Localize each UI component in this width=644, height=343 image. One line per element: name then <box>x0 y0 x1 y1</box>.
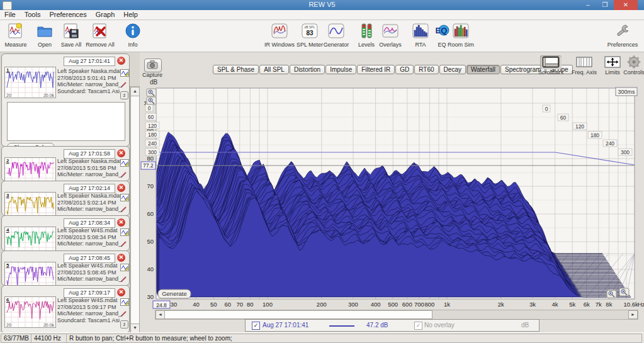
scroll-down-button[interactable]: ▼ <box>130 323 140 332</box>
close-button[interactable]: ✕ <box>614 0 638 10</box>
restore-button[interactable]: ❐ <box>597 0 613 10</box>
title-bar: REW V5 – ❐ ✕ <box>0 0 644 10</box>
toolbar-irwindows-button[interactable]: IR Windows <box>264 21 295 48</box>
time-tick-label: 120 <box>148 123 157 129</box>
toolbar-generator-button[interactable]: Generator <box>321 21 351 48</box>
measurements-scrollbar[interactable]: ▲ ▼ <box>130 86 140 332</box>
y-cursor-value: 77.2 <box>143 162 154 169</box>
scroll-right-button[interactable]: ► <box>628 310 638 319</box>
x-axis-unit: Hz <box>638 301 644 308</box>
menu-help[interactable]: Help <box>119 10 142 20</box>
graph-freqaxis-button[interactable]: Freq. Axis <box>570 55 599 76</box>
measurement-card-2[interactable]: Aug 27 17:01:58✕22020.0kLeft Speaker Nas… <box>1 146 130 181</box>
y-tick-label: 80 <box>147 155 154 162</box>
notes-edit-icon[interactable] <box>120 275 128 283</box>
toolbar-preferences-button[interactable]: Preferences <box>604 21 641 48</box>
remove-measurement-button[interactable]: ✕ <box>117 288 125 296</box>
toolbar-measure-button[interactable]: Measure <box>1 21 30 48</box>
remove-measurement-button[interactable]: ✕ <box>117 254 125 262</box>
remove-measurement-button[interactable]: ✕ <box>117 57 125 65</box>
measurement-time-field[interactable]: Aug 27 17:01:41 <box>64 57 115 66</box>
graph-button-label: Scrollbars <box>536 69 565 76</box>
trace-settings-icon[interactable] <box>120 298 129 306</box>
generate-button[interactable]: Generate <box>158 290 191 298</box>
toolbar-removeall-button[interactable]: Remove All <box>86 21 115 48</box>
toolbar-label: IR Windows <box>264 42 295 48</box>
irwindows-icon <box>270 21 289 40</box>
menu-graph[interactable]: Graph <box>91 10 120 20</box>
hscrollbar-thumb[interactable] <box>164 310 432 319</box>
trace-settings-icon[interactable] <box>120 194 129 201</box>
remove-measurement-button[interactable]: ✕ <box>117 184 125 192</box>
trace-adjust-icon[interactable]: z̄ <box>120 320 128 329</box>
graph-scrollbars-button[interactable]: Scrollbars <box>536 55 565 76</box>
scroll-left-button[interactable]: ◄ <box>155 310 165 319</box>
toolbar-roomsim-button[interactable]: Room Sim <box>446 21 476 48</box>
zoom-x-button-right[interactable] <box>619 288 629 296</box>
scrollbar-thumb[interactable] <box>130 96 140 324</box>
remove-measurement-button[interactable]: ✕ <box>117 149 125 157</box>
trace-settings-icon[interactable] <box>120 228 129 236</box>
meta-line: 27/08/2013 5:08:45 PM <box>57 269 121 276</box>
thumb-axis-min: 20 <box>6 323 11 327</box>
remove-measurement-button[interactable]: ✕ <box>117 218 125 227</box>
meta-line: Left Speaker Naska.mdat <box>57 193 121 200</box>
notes-edit-icon[interactable] <box>120 81 128 88</box>
frequency-pan-scrollbar[interactable]: ◄ ► <box>155 310 638 320</box>
no-overlay-checkbox[interactable]: ✓ <box>414 322 422 330</box>
toolbar-saveall-button[interactable]: Save All <box>57 21 86 48</box>
x-tick-label: 200 <box>317 301 327 308</box>
menu-tools[interactable]: Tools <box>20 10 45 20</box>
zoom-y-button-bottom[interactable] <box>147 97 156 104</box>
measurement-card-3[interactable]: Aug 27 17:02:14✕32020.0kLeft Speaker Nas… <box>1 181 130 216</box>
measurement-thumbnail[interactable]: 12020.0k <box>4 67 56 98</box>
x-tick-label: 4k <box>552 301 558 308</box>
trace-adjust-icon[interactable]: z̄ <box>120 91 128 99</box>
measurement-card-4[interactable]: Aug 27 17:08:34✕42020.0kLeft Speaker W4S… <box>1 215 130 251</box>
samplerate-status: 44100 Hz <box>31 334 70 343</box>
measurement-notes-box[interactable] <box>7 102 125 141</box>
meta-line: Left Speaker Naska.mdat <box>57 158 121 165</box>
scroll-up-button[interactable]: ▲ <box>130 87 140 96</box>
controls-icon <box>623 55 644 69</box>
graph-controls-button[interactable]: Controls <box>619 55 644 76</box>
measurement-visible-checkbox[interactable]: ✓ <box>252 322 260 330</box>
time-tick-label: 300 <box>621 149 630 155</box>
x-tick-label: 7k <box>596 301 602 308</box>
svg-text:z̄: z̄ <box>123 93 126 98</box>
time-tick-label: 60 <box>148 114 154 120</box>
measurement-time-field[interactable]: Aug 27 17:08:45 <box>64 254 115 263</box>
minimize-button[interactable]: – <box>580 0 596 10</box>
notes-edit-icon[interactable] <box>120 205 128 213</box>
svg-text:dB SPL: dB SPL <box>305 25 315 29</box>
measurement-time-field[interactable]: Aug 27 17:09:17 <box>64 288 115 298</box>
menu-file[interactable]: File <box>0 10 20 20</box>
meta-line: Left Speaker W4S.mdat <box>57 262 121 269</box>
meta-line: Mic/Meter: narrow_band_ <box>57 206 121 213</box>
trace-settings-icon[interactable] <box>120 264 129 271</box>
zoom-y-button-top[interactable] <box>147 89 156 96</box>
thumb-axis-max: 20.0k <box>43 323 54 327</box>
measurement-card-5[interactable]: Aug 27 17:08:45✕52020.0kLeft Speaker W4S… <box>1 250 130 286</box>
toolbar-overlays-button[interactable]: Overlays <box>375 21 405 48</box>
measurement-thumbnail[interactable]: 62020.0k <box>4 296 56 328</box>
toolbar-splmeter-button[interactable]: dB SPL83SPL Meter <box>295 21 325 48</box>
trace-settings-icon[interactable] <box>120 159 129 167</box>
toolbar-open-button[interactable]: Open <box>30 21 59 48</box>
measurement-card-6[interactable]: Aug 27 17:09:17✕62020.0kLeft Speaker W4S… <box>1 285 130 332</box>
trace-settings-icon[interactable] <box>120 69 129 77</box>
measurement-time-field[interactable]: Aug 27 17:02:14 <box>64 184 115 193</box>
measurement-time-field[interactable]: Aug 27 17:01:58 <box>64 149 115 159</box>
menu-preferences[interactable]: Preferences <box>45 10 91 20</box>
notes-edit-icon[interactable] <box>120 171 128 178</box>
splmeter-icon: dB SPL83 <box>300 21 319 40</box>
measurement-card-1[interactable]: Aug 27 17:01:41✕12020.0kLeft Speaker Nas… <box>1 53 130 147</box>
x-tick-label: 60 <box>224 301 231 308</box>
toolbar-info-button[interactable]: Info <box>118 21 147 48</box>
waterfall-plot[interactable]: 1009080706050403077.23040506070801002003… <box>140 52 644 332</box>
notes-edit-icon[interactable] <box>120 240 128 247</box>
x-tick-label: 3k <box>529 301 536 308</box>
notes-edit-icon[interactable] <box>120 310 128 317</box>
zoom-x-button-left[interactable] <box>607 290 616 298</box>
measurement-time-field[interactable]: Aug 27 17:08:34 <box>64 218 115 228</box>
